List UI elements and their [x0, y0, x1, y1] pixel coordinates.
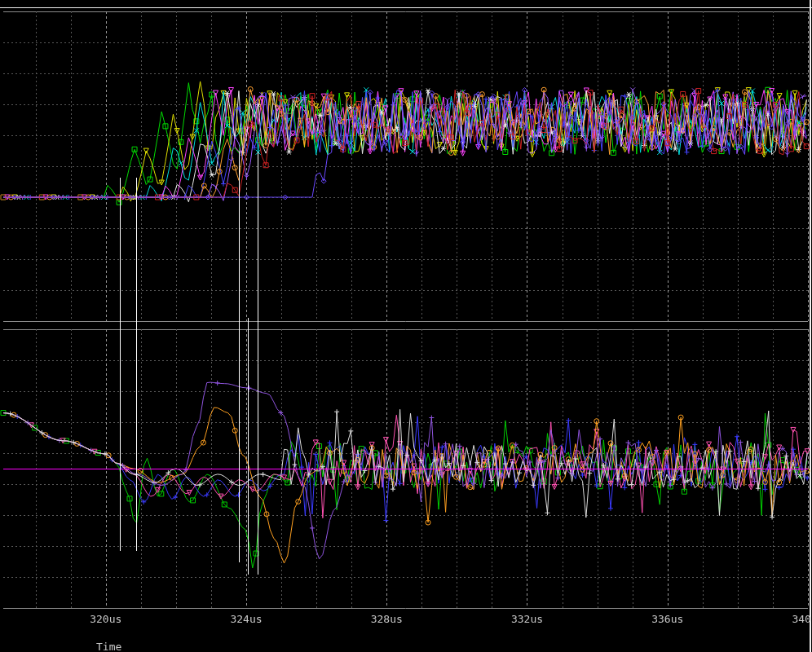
x-tick-label-332us: 332us	[511, 613, 543, 625]
probe-waveform-window: 320us 324us 328us 332us 336us 340us Time	[0, 0, 812, 652]
x-tick-label-328us: 328us	[371, 613, 403, 625]
waveform-plot-canvas[interactable]	[0, 0, 812, 652]
x-tick-label-320us: 320us	[90, 613, 121, 625]
x-tick-label-336us: 336us	[651, 613, 683, 625]
x-axis-title: Time	[96, 641, 121, 652]
x-tick-label-340us: 340us	[792, 613, 812, 625]
x-tick-label-324us: 324us	[230, 613, 262, 625]
